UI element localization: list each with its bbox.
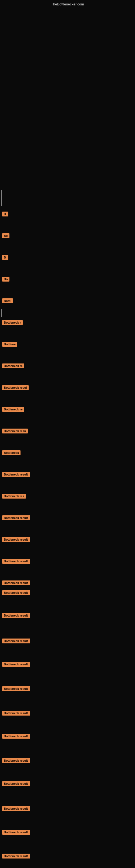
bottleneck-result-6: Bottleneck r [2, 320, 23, 325]
cursor-line-1 [1, 190, 2, 206]
bottleneck-result-17: Bottleneck result [2, 559, 30, 564]
bottleneck-result-11: Bottleneck resu [2, 429, 28, 433]
bottleneck-result-5: Bottl [2, 299, 13, 303]
bottleneck-result-24: Bottleneck result [2, 711, 30, 716]
bottleneck-result-15: Bottleneck result [2, 516, 30, 520]
bottleneck-result-27: Bottleneck result [2, 781, 30, 786]
bottleneck-result-1: B [2, 212, 8, 216]
bottleneck-result-28: Bottleneck result [2, 806, 30, 811]
bottleneck-result-9: Bottleneck resul [2, 385, 29, 390]
bottleneck-result-26: Bottleneck result [2, 758, 30, 763]
bottleneck-result-29: Bottleneck result [2, 830, 30, 835]
bottleneck-result-10: Bottleneck re [2, 407, 24, 412]
bottleneck-result-3: B [2, 255, 8, 260]
bottleneck-result-23: Bottleneck result [2, 686, 30, 691]
bottleneck-result-4: Bo [2, 277, 9, 282]
bottleneck-result-8: Bottleneck re [2, 364, 24, 368]
bottleneck-result-12: Bottleneck [2, 450, 20, 455]
bottleneck-result-16: Bottleneck result [2, 537, 30, 542]
bottleneck-result-30: Bottleneck result [2, 854, 30, 859]
bottleneck-result-14: Bottleneck res [2, 494, 26, 499]
site-title: TheBottlenecker.com [51, 2, 84, 6]
bottleneck-result-2: Bo [2, 233, 9, 238]
bottleneck-result-19: Bottleneck result [2, 590, 30, 595]
cursor-line-2 [1, 309, 2, 317]
bottleneck-result-18: Bottleneck result [2, 581, 30, 585]
bottleneck-result-13: Bottleneck result [2, 472, 30, 477]
bottleneck-result-7: Bottlene [2, 342, 17, 347]
bottleneck-result-25: Bottleneck result [2, 734, 30, 739]
bottleneck-result-21: Bottleneck result [2, 639, 30, 643]
bottleneck-result-22: Bottleneck result [2, 662, 30, 667]
bottleneck-result-20: Bottleneck result [2, 613, 30, 618]
